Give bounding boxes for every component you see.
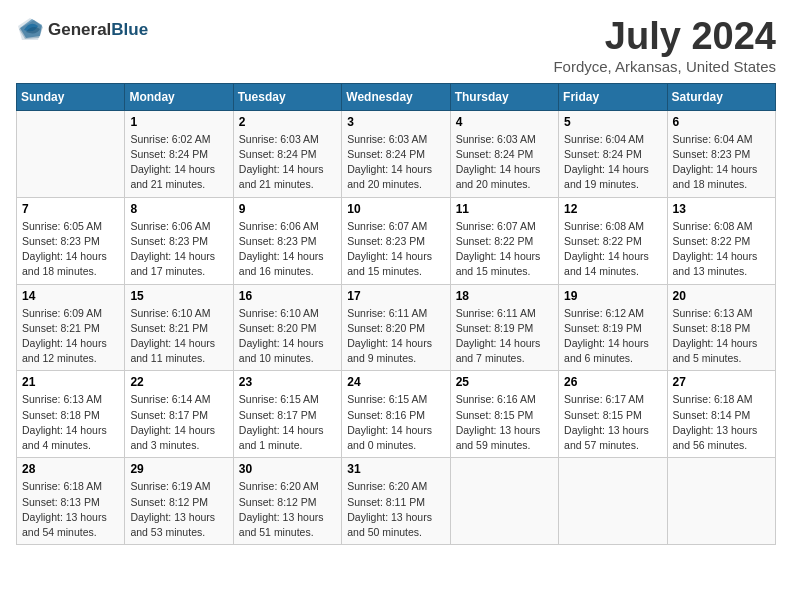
logo: General Blue [16, 16, 148, 44]
week-row-4: 21Sunrise: 6:13 AM Sunset: 8:18 PM Dayli… [17, 371, 776, 458]
day-number: 19 [564, 289, 661, 303]
day-info: Sunrise: 6:10 AM Sunset: 8:20 PM Dayligh… [239, 306, 336, 367]
day-number: 30 [239, 462, 336, 476]
calendar-cell: 31Sunrise: 6:20 AM Sunset: 8:11 PM Dayli… [342, 458, 450, 545]
calendar-cell: 3Sunrise: 6:03 AM Sunset: 8:24 PM Daylig… [342, 110, 450, 197]
calendar-cell: 13Sunrise: 6:08 AM Sunset: 8:22 PM Dayli… [667, 197, 775, 284]
calendar-cell: 7Sunrise: 6:05 AM Sunset: 8:23 PM Daylig… [17, 197, 125, 284]
calendar-cell: 18Sunrise: 6:11 AM Sunset: 8:19 PM Dayli… [450, 284, 558, 371]
day-info: Sunrise: 6:18 AM Sunset: 8:13 PM Dayligh… [22, 479, 119, 540]
week-row-5: 28Sunrise: 6:18 AM Sunset: 8:13 PM Dayli… [17, 458, 776, 545]
header-day-wednesday: Wednesday [342, 83, 450, 110]
calendar-cell: 26Sunrise: 6:17 AM Sunset: 8:15 PM Dayli… [559, 371, 667, 458]
calendar-cell: 28Sunrise: 6:18 AM Sunset: 8:13 PM Dayli… [17, 458, 125, 545]
day-info: Sunrise: 6:03 AM Sunset: 8:24 PM Dayligh… [347, 132, 444, 193]
day-info: Sunrise: 6:13 AM Sunset: 8:18 PM Dayligh… [673, 306, 770, 367]
calendar-cell: 6Sunrise: 6:04 AM Sunset: 8:23 PM Daylig… [667, 110, 775, 197]
day-number: 24 [347, 375, 444, 389]
calendar-cell [17, 110, 125, 197]
calendar-cell: 10Sunrise: 6:07 AM Sunset: 8:23 PM Dayli… [342, 197, 450, 284]
day-info: Sunrise: 6:04 AM Sunset: 8:24 PM Dayligh… [564, 132, 661, 193]
calendar-cell: 16Sunrise: 6:10 AM Sunset: 8:20 PM Dayli… [233, 284, 341, 371]
calendar-cell [559, 458, 667, 545]
day-number: 27 [673, 375, 770, 389]
day-number: 3 [347, 115, 444, 129]
day-info: Sunrise: 6:17 AM Sunset: 8:15 PM Dayligh… [564, 392, 661, 453]
day-info: Sunrise: 6:05 AM Sunset: 8:23 PM Dayligh… [22, 219, 119, 280]
header-day-thursday: Thursday [450, 83, 558, 110]
day-number: 16 [239, 289, 336, 303]
calendar-cell: 12Sunrise: 6:08 AM Sunset: 8:22 PM Dayli… [559, 197, 667, 284]
day-number: 8 [130, 202, 227, 216]
day-number: 25 [456, 375, 553, 389]
calendar-cell [450, 458, 558, 545]
day-info: Sunrise: 6:10 AM Sunset: 8:21 PM Dayligh… [130, 306, 227, 367]
calendar-cell: 23Sunrise: 6:15 AM Sunset: 8:17 PM Dayli… [233, 371, 341, 458]
day-info: Sunrise: 6:03 AM Sunset: 8:24 PM Dayligh… [239, 132, 336, 193]
day-info: Sunrise: 6:08 AM Sunset: 8:22 PM Dayligh… [673, 219, 770, 280]
header-day-friday: Friday [559, 83, 667, 110]
week-row-1: 1Sunrise: 6:02 AM Sunset: 8:24 PM Daylig… [17, 110, 776, 197]
logo-blue: Blue [111, 21, 148, 40]
day-number: 13 [673, 202, 770, 216]
day-number: 5 [564, 115, 661, 129]
day-info: Sunrise: 6:03 AM Sunset: 8:24 PM Dayligh… [456, 132, 553, 193]
calendar-cell: 5Sunrise: 6:04 AM Sunset: 8:24 PM Daylig… [559, 110, 667, 197]
day-number: 26 [564, 375, 661, 389]
calendar-cell: 11Sunrise: 6:07 AM Sunset: 8:22 PM Dayli… [450, 197, 558, 284]
logo-icon [16, 16, 44, 44]
day-info: Sunrise: 6:16 AM Sunset: 8:15 PM Dayligh… [456, 392, 553, 453]
week-row-2: 7Sunrise: 6:05 AM Sunset: 8:23 PM Daylig… [17, 197, 776, 284]
day-number: 10 [347, 202, 444, 216]
day-number: 1 [130, 115, 227, 129]
header-row: SundayMondayTuesdayWednesdayThursdayFrid… [17, 83, 776, 110]
week-row-3: 14Sunrise: 6:09 AM Sunset: 8:21 PM Dayli… [17, 284, 776, 371]
day-info: Sunrise: 6:04 AM Sunset: 8:23 PM Dayligh… [673, 132, 770, 193]
calendar-cell: 21Sunrise: 6:13 AM Sunset: 8:18 PM Dayli… [17, 371, 125, 458]
day-number: 29 [130, 462, 227, 476]
calendar-cell: 20Sunrise: 6:13 AM Sunset: 8:18 PM Dayli… [667, 284, 775, 371]
calendar-cell: 15Sunrise: 6:10 AM Sunset: 8:21 PM Dayli… [125, 284, 233, 371]
day-number: 17 [347, 289, 444, 303]
day-number: 20 [673, 289, 770, 303]
day-number: 23 [239, 375, 336, 389]
day-number: 21 [22, 375, 119, 389]
calendar-cell: 1Sunrise: 6:02 AM Sunset: 8:24 PM Daylig… [125, 110, 233, 197]
day-number: 11 [456, 202, 553, 216]
day-info: Sunrise: 6:19 AM Sunset: 8:12 PM Dayligh… [130, 479, 227, 540]
day-number: 12 [564, 202, 661, 216]
day-info: Sunrise: 6:20 AM Sunset: 8:11 PM Dayligh… [347, 479, 444, 540]
day-number: 7 [22, 202, 119, 216]
day-info: Sunrise: 6:18 AM Sunset: 8:14 PM Dayligh… [673, 392, 770, 453]
page-header: General Blue July 2024 Fordyce, Arkansas… [16, 16, 776, 75]
calendar-table: SundayMondayTuesdayWednesdayThursdayFrid… [16, 83, 776, 545]
header-day-sunday: Sunday [17, 83, 125, 110]
day-info: Sunrise: 6:14 AM Sunset: 8:17 PM Dayligh… [130, 392, 227, 453]
calendar-cell: 19Sunrise: 6:12 AM Sunset: 8:19 PM Dayli… [559, 284, 667, 371]
day-info: Sunrise: 6:11 AM Sunset: 8:19 PM Dayligh… [456, 306, 553, 367]
day-info: Sunrise: 6:06 AM Sunset: 8:23 PM Dayligh… [130, 219, 227, 280]
day-number: 31 [347, 462, 444, 476]
day-number: 28 [22, 462, 119, 476]
day-number: 2 [239, 115, 336, 129]
day-number: 22 [130, 375, 227, 389]
day-info: Sunrise: 6:11 AM Sunset: 8:20 PM Dayligh… [347, 306, 444, 367]
header-day-monday: Monday [125, 83, 233, 110]
day-number: 15 [130, 289, 227, 303]
day-number: 6 [673, 115, 770, 129]
day-info: Sunrise: 6:07 AM Sunset: 8:23 PM Dayligh… [347, 219, 444, 280]
calendar-cell: 24Sunrise: 6:15 AM Sunset: 8:16 PM Dayli… [342, 371, 450, 458]
calendar-cell: 22Sunrise: 6:14 AM Sunset: 8:17 PM Dayli… [125, 371, 233, 458]
calendar-cell: 17Sunrise: 6:11 AM Sunset: 8:20 PM Dayli… [342, 284, 450, 371]
calendar-cell: 27Sunrise: 6:18 AM Sunset: 8:14 PM Dayli… [667, 371, 775, 458]
calendar-cell: 9Sunrise: 6:06 AM Sunset: 8:23 PM Daylig… [233, 197, 341, 284]
page-subtitle: Fordyce, Arkansas, United States [553, 58, 776, 75]
header-day-tuesday: Tuesday [233, 83, 341, 110]
day-number: 4 [456, 115, 553, 129]
calendar-cell: 4Sunrise: 6:03 AM Sunset: 8:24 PM Daylig… [450, 110, 558, 197]
calendar-cell: 8Sunrise: 6:06 AM Sunset: 8:23 PM Daylig… [125, 197, 233, 284]
page-title: July 2024 [553, 16, 776, 58]
day-info: Sunrise: 6:08 AM Sunset: 8:22 PM Dayligh… [564, 219, 661, 280]
day-info: Sunrise: 6:15 AM Sunset: 8:16 PM Dayligh… [347, 392, 444, 453]
calendar-cell [667, 458, 775, 545]
